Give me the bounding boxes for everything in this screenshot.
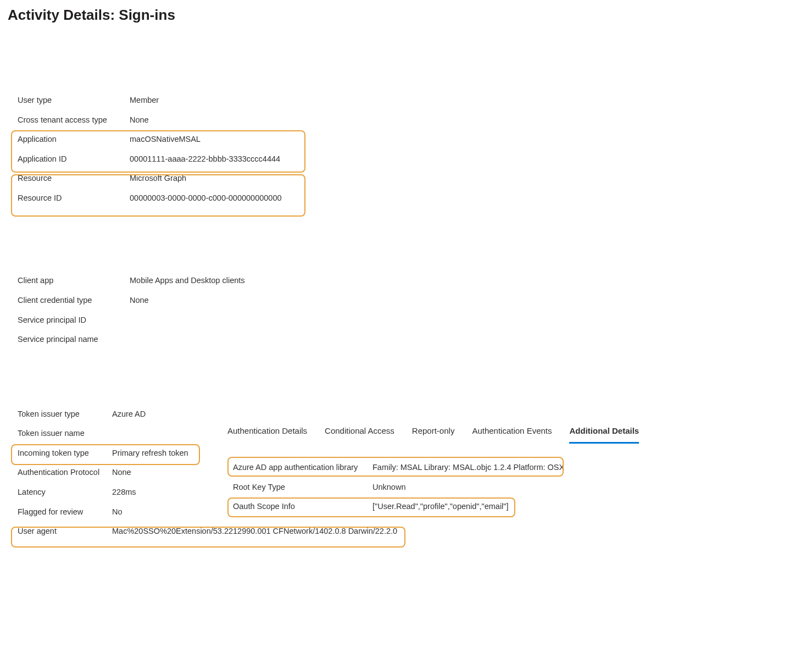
kv-row: Authentication Protocol None xyxy=(8,463,227,483)
kv-row: Flagged for review No xyxy=(8,502,227,522)
tab-additional-details[interactable]: Additional Details xyxy=(569,422,639,444)
kv-label: Application ID xyxy=(18,154,130,165)
kv-row: Token issuer name xyxy=(8,424,227,444)
kv-label: Token issuer name xyxy=(18,428,112,439)
kv-value: Mac%20SSO%20Extension/53.2212990.001 CFN… xyxy=(112,526,397,537)
kv-row: User type Member xyxy=(8,91,804,110)
kv-value: None xyxy=(130,115,149,126)
kv-label: Resource xyxy=(18,173,130,184)
kv-row: Service principal ID xyxy=(8,311,804,330)
kv-value: Azure AD xyxy=(112,409,146,420)
kv-value: No xyxy=(112,507,123,518)
kv-value: Member xyxy=(130,95,159,106)
tab-authentication-events[interactable]: Authentication Events xyxy=(472,422,552,444)
kv-row: Azure AD app authentication library Fami… xyxy=(231,458,804,478)
tab-authentication-details[interactable]: Authentication Details xyxy=(227,422,307,444)
additional-details-table: Azure AD app authentication library Fami… xyxy=(227,458,804,517)
kv-value: None xyxy=(130,295,149,306)
kv-row: Incoming token type Primary refresh toke… xyxy=(8,444,227,463)
kv-label: Flagged for review xyxy=(18,507,112,518)
kv-row: Service principal name xyxy=(8,330,804,350)
kv-label: Service principal name xyxy=(18,334,130,345)
kv-value: Unknown xyxy=(372,482,405,493)
kv-row: Token issuer type Azure AD xyxy=(8,405,227,424)
kv-row: Latency 228ms xyxy=(8,483,227,502)
kv-value: ["User.Read","profile","openid","email"] xyxy=(372,501,509,512)
kv-label: Cross tenant access type xyxy=(18,115,130,126)
kv-row: Root Key Type Unknown xyxy=(231,478,804,497)
kv-row: Application macOSNativeMSAL xyxy=(8,130,804,150)
kv-label: User agent xyxy=(18,526,112,537)
kv-row: User agent Mac%20SSO%20Extension/53.2212… xyxy=(8,522,403,541)
kv-label: Azure AD app authentication library xyxy=(233,462,372,473)
kv-row: Client credential type None xyxy=(8,291,804,311)
tab-conditional-access[interactable]: Conditional Access xyxy=(325,422,394,444)
kv-value: None xyxy=(112,467,131,478)
kv-label: Authentication Protocol xyxy=(18,467,112,478)
kv-label: Client credential type xyxy=(18,295,130,306)
details-tabs: Authentication Details Conditional Acces… xyxy=(227,422,804,444)
kv-value: Family: MSAL Library: MSAL.objc 1.2.4 Pl… xyxy=(372,462,564,473)
kv-row: Resource Microsoft Graph xyxy=(8,169,804,189)
kv-label: Service principal ID xyxy=(18,315,130,326)
kv-value: Primary refresh token xyxy=(112,448,188,459)
kv-label: Application xyxy=(18,134,130,145)
kv-label: Incoming token type xyxy=(18,448,112,459)
tab-report-only[interactable]: Report-only xyxy=(412,422,455,444)
kv-block-1: User type Member Cross tenant access typ… xyxy=(8,91,804,208)
kv-label: Oauth Scope Info xyxy=(233,501,372,512)
kv-row: Cross tenant access type None xyxy=(8,110,804,130)
kv-label: User type xyxy=(18,95,130,106)
kv-label: Root Key Type xyxy=(233,482,372,493)
kv-value: Microsoft Graph xyxy=(130,173,186,184)
kv-block-2: Client app Mobile Apps and Desktop clien… xyxy=(8,271,804,349)
kv-block-3: Token issuer type Azure AD Token issuer … xyxy=(8,405,227,541)
kv-label: Token issuer type xyxy=(18,409,112,420)
page-title: Activity Details: Sign-ins xyxy=(8,5,804,25)
kv-label: Resource ID xyxy=(18,193,130,204)
kv-value: Mobile Apps and Desktop clients xyxy=(130,275,245,286)
kv-row: Client app Mobile Apps and Desktop clien… xyxy=(8,271,804,291)
kv-value: 00001111-aaaa-2222-bbbb-3333cccc4444 xyxy=(130,154,280,165)
kv-value: macOSNativeMSAL xyxy=(130,134,201,145)
kv-value: 228ms xyxy=(112,487,136,498)
kv-value: 00000003-0000-0000-c000-000000000000 xyxy=(130,193,282,204)
lower-area: Token issuer type Azure AD Token issuer … xyxy=(8,405,804,541)
kv-row: Application ID 00001111-aaaa-2222-bbbb-3… xyxy=(8,150,804,169)
kv-label: Latency xyxy=(18,487,112,498)
kv-row: Resource ID 00000003-0000-0000-c000-0000… xyxy=(8,189,804,208)
kv-label: Client app xyxy=(18,275,130,286)
kv-row: Oauth Scope Info ["User.Read","profile",… xyxy=(231,497,804,517)
details-pane: Authentication Details Conditional Acces… xyxy=(227,405,804,517)
